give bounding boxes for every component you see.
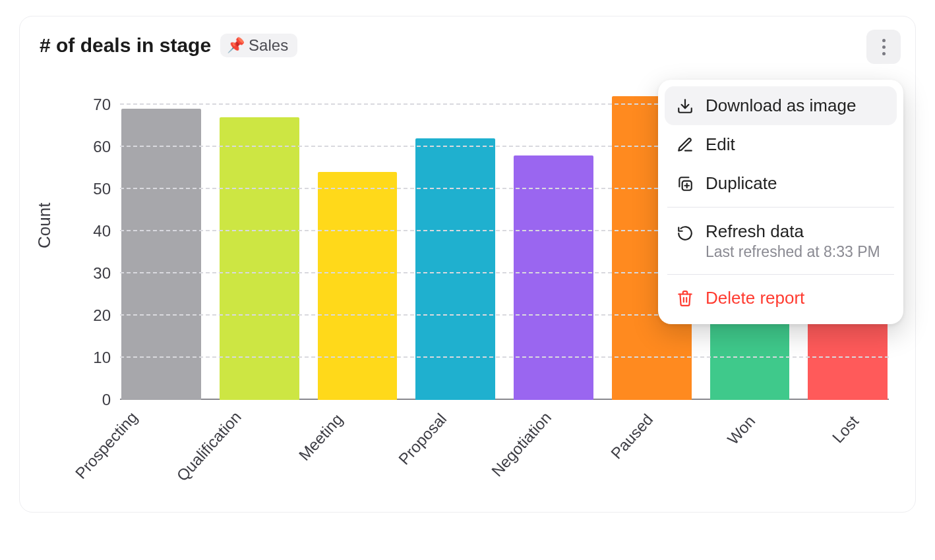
x-tick-label: Won xyxy=(723,412,759,448)
menu-item-edit[interactable]: Edit xyxy=(665,125,897,164)
bar-slot xyxy=(318,84,398,400)
bar[interactable] xyxy=(318,172,398,400)
bar[interactable] xyxy=(415,138,495,400)
menu-item-refresh[interactable]: Refresh data Last refreshed at 8:33 PM xyxy=(665,211,897,270)
menu-sublabel: Last refreshed at 8:33 PM xyxy=(706,242,880,262)
x-tick-label: Paused xyxy=(607,410,656,462)
tag-sales[interactable]: 📌 Sales xyxy=(220,34,297,57)
bar[interactable] xyxy=(514,155,593,400)
y-tick-label: 70 xyxy=(82,96,111,114)
menu-item-duplicate[interactable]: Duplicate xyxy=(665,164,897,203)
menu-label: Download as image xyxy=(706,96,856,116)
download-icon xyxy=(675,96,695,116)
card-title: # of deals in stage xyxy=(40,34,211,57)
x-axis-labels: ProspectingQualificationMeetingProposalN… xyxy=(79,406,889,505)
menu-separator xyxy=(667,274,894,275)
y-tick-label: 20 xyxy=(82,306,111,325)
duplicate-icon xyxy=(675,174,695,194)
menu-label: Refresh data xyxy=(706,221,880,242)
y-tick-label: 60 xyxy=(82,138,111,156)
y-tick-label: 30 xyxy=(82,264,111,283)
x-tick-label: Meeting xyxy=(295,410,346,464)
menu-label: Delete report xyxy=(706,288,804,308)
chart-card: # of deals in stage 📌 Sales Count 010203… xyxy=(19,16,916,513)
y-tick-label: 40 xyxy=(82,222,111,240)
grid-line xyxy=(120,356,889,358)
x-tick-label: Proposal xyxy=(394,410,450,468)
bar-slot xyxy=(220,84,299,400)
context-menu: Download as image Edit Duplicate Refresh… xyxy=(658,80,903,324)
menu-separator xyxy=(667,207,894,208)
menu-item-delete[interactable]: Delete report xyxy=(665,279,897,318)
kebab-icon xyxy=(882,37,886,57)
trash-icon xyxy=(675,289,695,308)
bar-slot xyxy=(514,84,593,400)
x-tick-label: Qualification xyxy=(173,408,245,485)
x-tick-label: Lost xyxy=(828,412,862,447)
y-tick-label: 50 xyxy=(82,180,111,198)
edit-icon xyxy=(675,135,695,155)
menu-item-download[interactable]: Download as image xyxy=(665,86,897,125)
x-tick-label: Prospecting xyxy=(71,408,141,483)
x-tick-label: Negotiation xyxy=(487,408,555,480)
bar-slot xyxy=(415,84,495,400)
menu-label: Edit xyxy=(706,134,735,155)
bar-slot xyxy=(121,84,201,400)
more-options-button[interactable] xyxy=(866,30,901,64)
refresh-icon xyxy=(675,223,695,243)
pin-icon: 📌 xyxy=(227,37,245,54)
y-axis-label: Count xyxy=(34,203,55,248)
tag-label: Sales xyxy=(249,36,288,55)
menu-label: Duplicate xyxy=(706,173,777,194)
y-tick-label: 10 xyxy=(82,349,111,367)
card-header: # of deals in stage 📌 Sales xyxy=(40,34,895,57)
